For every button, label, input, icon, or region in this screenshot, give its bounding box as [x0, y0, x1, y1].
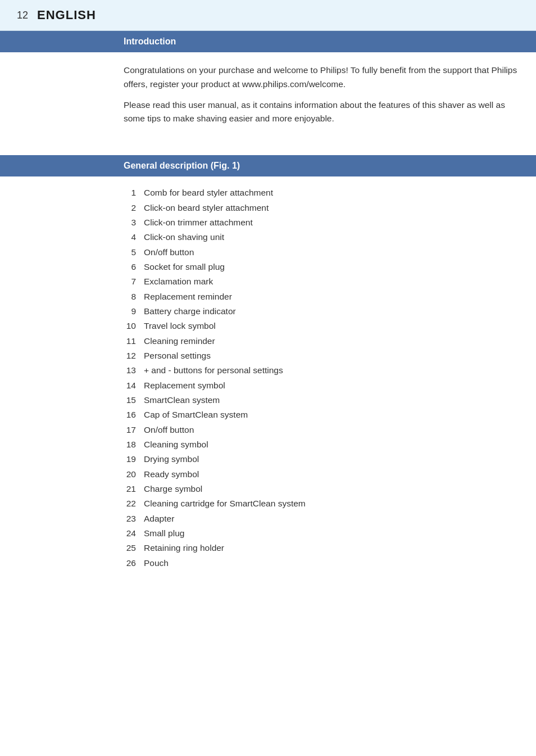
- list-item: 12Personal settings: [124, 348, 519, 363]
- item-label: Cleaning cartridge for SmartClean system: [144, 496, 519, 511]
- list-item: 23Adapter: [124, 511, 519, 526]
- item-label: On/off button: [144, 423, 519, 437]
- item-number: 9: [124, 304, 144, 319]
- item-label: Charge symbol: [144, 482, 519, 496]
- list-item: 18Cleaning symbol: [124, 437, 519, 452]
- content-area: Introduction Congratulations on your pur…: [0, 31, 536, 604]
- item-number: 18: [124, 437, 144, 452]
- page-language: ENGLISH: [37, 8, 96, 22]
- item-number: 3: [124, 215, 144, 230]
- item-number: 12: [124, 348, 144, 363]
- item-label: Click-on trimmer attachment: [144, 215, 519, 230]
- item-number: 23: [124, 511, 144, 526]
- item-label: Ready symbol: [144, 467, 519, 482]
- item-number: 2: [124, 201, 144, 215]
- item-label: Click-on beard styler attachment: [144, 201, 519, 215]
- item-number: 5: [124, 245, 144, 260]
- item-label: Battery charge indicator: [144, 304, 519, 319]
- list-item: 22Cleaning cartridge for SmartClean syst…: [124, 496, 519, 511]
- general-description-list: 1Comb for beard styler attachment2Click-…: [0, 176, 536, 582]
- item-number: 21: [124, 482, 144, 496]
- item-number: 7: [124, 274, 144, 289]
- item-label: Replacement reminder: [144, 289, 519, 304]
- general-description-header: General description (Fig. 1): [0, 155, 536, 176]
- list-item: 13+ and - buttons for personal settings: [124, 363, 519, 378]
- list-item: 15SmartClean system: [124, 393, 519, 408]
- item-number: 24: [124, 526, 144, 541]
- list-item: 1Comb for beard styler attachment: [124, 185, 519, 200]
- item-label: SmartClean system: [144, 393, 519, 408]
- item-number: 17: [124, 423, 144, 437]
- introduction-body: Congratulations on your purchase and wel…: [0, 52, 536, 144]
- list-item: 6Socket for small plug: [124, 260, 519, 274]
- item-number: 11: [124, 334, 144, 348]
- list-item: 7Exclamation mark: [124, 274, 519, 289]
- item-label: Cap of SmartClean system: [144, 408, 519, 422]
- item-label: Small plug: [144, 526, 519, 541]
- item-number: 8: [124, 289, 144, 304]
- list-item: 8Replacement reminder: [124, 289, 519, 304]
- item-number: 1: [124, 185, 144, 200]
- introduction-header: Introduction: [0, 31, 536, 52]
- list-item: 5On/off button: [124, 245, 519, 260]
- list-item: 9Battery charge indicator: [124, 304, 519, 319]
- general-description-title: General description (Fig. 1): [124, 161, 240, 170]
- item-number: 20: [124, 467, 144, 482]
- item-number: 15: [124, 393, 144, 408]
- list-item: 3Click-on trimmer attachment: [124, 215, 519, 230]
- list-item: 25Retaining ring holder: [124, 541, 519, 555]
- list-item: 11Cleaning reminder: [124, 334, 519, 348]
- item-label: Cleaning symbol: [144, 437, 519, 452]
- intro-paragraph-1: Congratulations on your purchase and wel…: [124, 64, 519, 92]
- item-number: 19: [124, 452, 144, 467]
- list-item: 14Replacement symbol: [124, 378, 519, 393]
- item-label: Click-on shaving unit: [144, 230, 519, 245]
- list-item: 21Charge symbol: [124, 482, 519, 496]
- item-label: Retaining ring holder: [144, 541, 519, 555]
- list-item: 16Cap of SmartClean system: [124, 408, 519, 422]
- introduction-title: Introduction: [124, 37, 176, 46]
- item-label: Comb for beard styler attachment: [144, 185, 519, 200]
- item-label: Pouch: [144, 556, 519, 571]
- item-number: 4: [124, 230, 144, 245]
- page-number: 12: [17, 10, 28, 21]
- item-label: Travel lock symbol: [144, 319, 519, 333]
- item-number: 16: [124, 408, 144, 422]
- item-number: 22: [124, 496, 144, 511]
- item-label: Personal settings: [144, 348, 519, 363]
- item-label: Exclamation mark: [144, 274, 519, 289]
- item-number: 26: [124, 556, 144, 571]
- list-item: 24Small plug: [124, 526, 519, 541]
- item-number: 14: [124, 378, 144, 393]
- item-label: Adapter: [144, 511, 519, 526]
- list-item: 2Click-on beard styler attachment: [124, 201, 519, 215]
- page-header: 12 ENGLISH: [0, 0, 536, 31]
- item-number: 25: [124, 541, 144, 555]
- item-label: + and - buttons for personal settings: [144, 363, 519, 378]
- item-number: 13: [124, 363, 144, 378]
- list-item: 19Drying symbol: [124, 452, 519, 467]
- item-label: Cleaning reminder: [144, 334, 519, 348]
- list-item: 10Travel lock symbol: [124, 319, 519, 333]
- item-label: Socket for small plug: [144, 260, 519, 274]
- list-item: 17On/off button: [124, 423, 519, 437]
- item-label: Replacement symbol: [144, 378, 519, 393]
- list-item: 26Pouch: [124, 556, 519, 571]
- item-number: 10: [124, 319, 144, 333]
- item-label: Drying symbol: [144, 452, 519, 467]
- list-item: 4Click-on shaving unit: [124, 230, 519, 245]
- item-label: On/off button: [144, 245, 519, 260]
- list-item: 20Ready symbol: [124, 467, 519, 482]
- item-number: 6: [124, 260, 144, 274]
- intro-paragraph-2: Please read this user manual, as it cont…: [124, 98, 519, 126]
